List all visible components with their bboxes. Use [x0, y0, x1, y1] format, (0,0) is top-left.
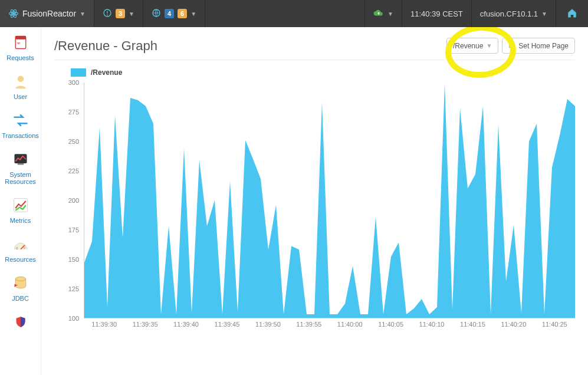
y-tick: 100: [68, 315, 79, 322]
y-tick: 200: [68, 197, 79, 204]
x-tick: 11:40:00: [337, 321, 363, 328]
nav-spacer: [205, 0, 364, 27]
home-icon: [567, 8, 577, 20]
x-tick: 11:39:45: [215, 321, 240, 328]
caret-down-icon: ▼: [129, 11, 134, 17]
set-home-page-button[interactable]: Set Home Page: [502, 38, 575, 54]
x-tick: 11:39:30: [91, 321, 117, 328]
shield-icon: [11, 312, 30, 331]
sidebar-item-more[interactable]: [0, 307, 41, 338]
main-content: /Revenue - Graph /Revenue ▼ Set Home Pag…: [41, 27, 588, 375]
instance-label: cfusion.CF10.1.1: [480, 9, 538, 18]
caret-down-icon: ▼: [541, 11, 547, 17]
brand-label: FusionReactor: [22, 9, 76, 18]
instance-menu[interactable]: cfusion.CF10.1.1 ▼: [471, 0, 556, 27]
sidebar-item-system-resources[interactable]: System Resources: [0, 144, 41, 190]
area-chart: [84, 83, 575, 318]
resources-icon: EF: [11, 235, 30, 254]
net-badge-1: 4: [165, 9, 174, 18]
sidebar-item-label: Metrics: [0, 217, 41, 224]
revenue-dropdown[interactable]: /Revenue ▼: [446, 38, 498, 54]
caret-down-icon: ▼: [387, 11, 393, 17]
system-resources-icon: [11, 150, 30, 169]
sidebar-item-requests[interactable]: Requests: [0, 27, 41, 66]
svg-point-6: [107, 14, 108, 15]
x-tick: 11:40:10: [419, 321, 445, 328]
cloud-menu[interactable]: ▼: [364, 0, 402, 27]
x-tick: 11:40:25: [542, 321, 567, 328]
x-tick: 11:40:05: [378, 321, 403, 328]
svg-text:F: F: [24, 246, 25, 250]
sidebar-item-label: System Resources: [0, 171, 41, 185]
page-title: /Revenue - Graph: [54, 38, 157, 54]
jdbc-icon: [11, 274, 30, 292]
clock-text: 11:40:39 CEST: [410, 9, 463, 18]
x-tick: 11:39:35: [133, 321, 158, 328]
caret-down-icon: ▼: [80, 11, 86, 17]
transactions-icon: [11, 111, 30, 130]
sidebar: Requests User Transactions System Resour…: [0, 27, 41, 375]
network-menu[interactable]: 4 6 ▼: [143, 0, 205, 27]
legend-swatch: [71, 68, 86, 77]
main-layout: Requests User Transactions System Resour…: [0, 27, 588, 375]
sidebar-item-label: JDBC: [0, 295, 41, 302]
svg-point-10: [17, 75, 24, 82]
chart-container: 100125150175200225250275300 11:39:3011:3…: [54, 83, 575, 330]
requests-icon: [11, 33, 30, 52]
metrics-icon: [11, 196, 30, 215]
y-tick: 300: [68, 79, 79, 86]
y-tick: 125: [68, 285, 79, 292]
svg-rect-9: [15, 37, 26, 40]
x-tick: 11:39:55: [296, 321, 321, 328]
chart-plot: [84, 83, 575, 318]
x-tick: 11:40:15: [460, 321, 485, 328]
sidebar-item-transactions[interactable]: Transactions: [0, 105, 41, 144]
x-tick: 11:39:40: [173, 321, 199, 328]
net-badge-2: 6: [178, 9, 187, 18]
chart-legend: /Revenue: [71, 68, 575, 77]
y-tick: 150: [68, 256, 79, 263]
sidebar-item-label: Requests: [0, 54, 41, 61]
caret-down-icon: ▼: [486, 42, 492, 49]
legend-label: /Revenue: [91, 68, 122, 77]
alerts-menu[interactable]: 3 ▼: [94, 0, 143, 27]
home-icon: [508, 41, 515, 50]
svg-rect-12: [17, 163, 24, 165]
sidebar-item-label: Resources: [0, 256, 41, 263]
sidebar-item-jdbc[interactable]: JDBC: [0, 268, 41, 307]
brand-menu[interactable]: FusionReactor ▼: [0, 0, 94, 27]
y-tick: 250: [68, 138, 79, 145]
page-header: /Revenue - Graph /Revenue ▼ Set Home Pag…: [54, 38, 575, 60]
brand-icon: [8, 8, 19, 19]
home-button[interactable]: [556, 0, 588, 27]
x-axis: 11:39:3011:39:3511:39:4011:39:4511:39:50…: [84, 320, 575, 330]
y-axis: 100125150175200225250275300: [54, 83, 83, 318]
y-tick: 225: [68, 167, 79, 175]
set-home-label: Set Home Page: [518, 42, 569, 50]
sidebar-item-label: User: [0, 93, 41, 100]
alerts-badge: 3: [116, 9, 125, 18]
globe-icon: [152, 8, 161, 19]
y-tick: 175: [68, 226, 79, 233]
caret-down-icon: ▼: [190, 11, 196, 17]
page-actions: /Revenue ▼ Set Home Page: [446, 38, 575, 54]
svg-point-0: [12, 12, 15, 15]
sidebar-item-label: Transactions: [0, 132, 41, 139]
dropdown-label: /Revenue: [453, 42, 483, 50]
clock-display: 11:40:39 CEST: [402, 0, 471, 27]
svg-text:E: E: [16, 246, 18, 250]
sidebar-item-user[interactable]: User: [0, 66, 41, 105]
sidebar-item-resources[interactable]: EF Resources: [0, 229, 41, 268]
y-tick: 275: [68, 108, 79, 116]
x-tick: 11:40:20: [501, 321, 526, 328]
alert-icon: [103, 8, 112, 19]
user-icon: [11, 72, 30, 91]
sidebar-item-metrics[interactable]: Metrics: [0, 190, 41, 229]
x-tick: 11:39:50: [255, 321, 281, 328]
cloud-upload-icon: [373, 8, 384, 20]
top-navbar: FusionReactor ▼ 3 ▼ 4 6 ▼ ▼ 11:40:39 CES…: [0, 0, 588, 27]
